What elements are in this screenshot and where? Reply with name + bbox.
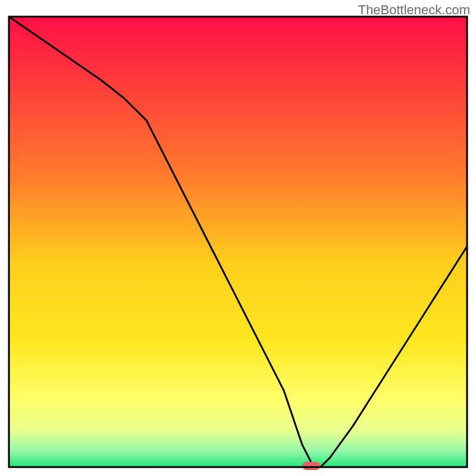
plot-area xyxy=(9,17,467,470)
gradient-background xyxy=(9,17,467,467)
optimal-marker xyxy=(302,462,320,470)
watermark-text: TheBottleneck.com xyxy=(358,2,470,18)
chart-container: TheBottleneck.com xyxy=(0,0,476,476)
bottleneck-chart xyxy=(0,0,476,476)
